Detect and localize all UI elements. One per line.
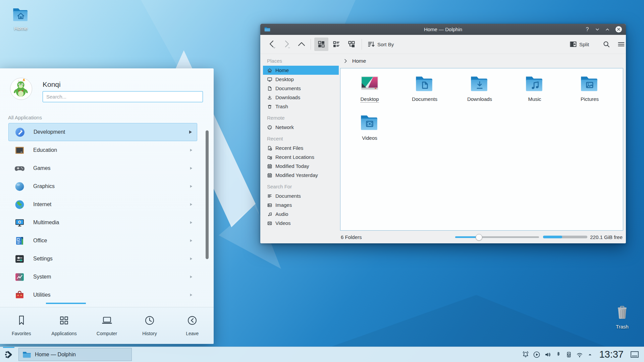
film-icon [267, 221, 272, 226]
split-button[interactable]: Split [568, 38, 600, 51]
breadcrumb[interactable]: Home [340, 54, 626, 68]
places-item-documents[interactable]: Documents [263, 84, 339, 93]
folder-item-pictures[interactable]: Pictures [563, 72, 616, 111]
bookmark-icon [15, 314, 28, 327]
launcher-scrollbar[interactable] [206, 130, 209, 259]
active-tab-indicator [46, 303, 86, 304]
submenu-arrow-icon [190, 257, 193, 260]
category-settings[interactable]: Settings [8, 250, 197, 268]
places-item-search-videos[interactable]: Videos [263, 219, 339, 228]
folder-item-downloads[interactable]: Downloads [453, 72, 506, 111]
kdeconnect-phone-icon[interactable] [565, 351, 573, 358]
places-item-search-documents[interactable]: Documents [263, 191, 339, 200]
submenu-arrow-icon [190, 293, 193, 297]
category-system[interactable]: System [8, 268, 197, 286]
folder-item-music[interactable]: Music [508, 72, 561, 111]
submenu-arrow-icon [190, 148, 193, 152]
launcher-button[interactable] [0, 347, 18, 362]
education-icon [14, 145, 25, 156]
videos-folder-icon [359, 111, 381, 133]
minimize-button[interactable] [595, 27, 600, 32]
search-input[interactable] [43, 91, 203, 102]
up-button[interactable] [295, 38, 308, 51]
tab-applications[interactable]: Applications [43, 307, 85, 344]
places-item-label: Network [275, 124, 294, 130]
launcher-icon [4, 350, 14, 360]
pictures-folder-icon [579, 72, 601, 95]
avatar[interactable] [10, 78, 32, 100]
category-internet[interactable]: Internet [8, 195, 197, 214]
places-item-home[interactable]: Home [263, 66, 339, 75]
places-item-recent-files[interactable]: Recent Files [263, 143, 339, 153]
titlebar[interactable]: Home — Dolphin ? [260, 24, 626, 35]
places-item-label: Recent Locations [275, 154, 314, 160]
folder-item-documents[interactable]: Documents [398, 72, 451, 111]
places-item-search-images[interactable]: Images [263, 200, 339, 209]
notifications-icon[interactable] [522, 351, 530, 359]
help-button[interactable]: ? [585, 26, 590, 33]
category-label: Development [34, 129, 65, 135]
sort-by-button[interactable]: Sort By [366, 38, 404, 51]
desktop-icon-home[interactable]: Home [7, 5, 35, 31]
folder-item-label: Music [528, 96, 541, 102]
category-office[interactable]: Office [8, 232, 197, 250]
tree-view-button[interactable] [344, 38, 359, 51]
category-multimedia[interactable]: Multimedia [8, 214, 197, 232]
category-games[interactable]: Games [8, 159, 197, 177]
desktop-preview-icon [359, 72, 381, 95]
bluetooth-icon[interactable] [555, 351, 562, 358]
places-item-trash[interactable]: Trash [263, 102, 339, 111]
maximize-button[interactable] [605, 27, 610, 32]
desktop-icon-trash[interactable]: Trash [610, 304, 634, 329]
places-item-network[interactable]: Network [263, 123, 339, 132]
category-utilities[interactable]: Utilities [8, 286, 197, 304]
category-education[interactable]: Education [8, 141, 197, 159]
places-item-search-audio[interactable]: Audio [263, 209, 339, 219]
konqi-avatar-image [10, 78, 31, 99]
category-label: Office [33, 238, 47, 244]
multimedia-icon [14, 217, 25, 228]
icons-view-button[interactable] [314, 38, 328, 51]
tab-computer[interactable]: Computer [86, 307, 128, 344]
places-item-modified-yesterday[interactable]: Modified Yesterday [263, 171, 339, 180]
settings-icon [14, 253, 25, 264]
taskbar-task-dolphin[interactable]: Home — Dolphin [18, 348, 132, 361]
tab-leave[interactable]: Leave [171, 307, 214, 344]
folder-item-videos[interactable]: Videos [343, 111, 396, 150]
tab-favorites[interactable]: Favorites [0, 307, 43, 344]
search-button[interactable] [600, 38, 613, 51]
network-icon [267, 125, 272, 130]
tab-history[interactable]: History [128, 307, 171, 344]
category-label: Internet [33, 201, 51, 207]
places-item-label: Downloads [275, 95, 300, 100]
system-tray: 13:37 [522, 349, 644, 360]
category-graphics[interactable]: Graphics [8, 177, 197, 195]
places-item-downloads[interactable]: Downloads [263, 93, 339, 102]
hamburger-menu-button[interactable] [614, 38, 628, 51]
forward-button[interactable] [280, 38, 293, 51]
breadcrumb-location[interactable]: Home [352, 58, 366, 64]
free-space-bar [543, 236, 587, 238]
places-item-recent-locations[interactable]: Recent Locations [263, 153, 339, 162]
tray-expander-icon[interactable] [587, 351, 593, 358]
folder-view[interactable]: Desktop Documents Downloads [340, 68, 623, 231]
category-development[interactable]: Development [8, 123, 197, 141]
wifi-icon[interactable] [576, 351, 584, 359]
folder-item-desktop[interactable]: Desktop [343, 72, 396, 111]
zoom-slider[interactable] [455, 234, 539, 240]
desktop-icon-label: Trash [616, 324, 629, 329]
volume-icon[interactable] [544, 351, 552, 359]
clock[interactable]: 13:37 [599, 349, 624, 360]
laptop-icon [101, 314, 113, 327]
zoom-slider-handle[interactable] [476, 234, 482, 241]
close-button[interactable] [615, 25, 623, 33]
back-button[interactable] [266, 38, 278, 51]
places-item-desktop[interactable]: Desktop [263, 75, 339, 84]
download-icon [267, 95, 272, 100]
places-item-modified-today[interactable]: Modified Today [263, 162, 339, 171]
clock-icon [143, 314, 156, 327]
show-desktop-button[interactable] [630, 350, 639, 359]
task-label: Home — Dolphin [35, 352, 76, 358]
media-player-icon[interactable] [533, 351, 541, 359]
details-view-button[interactable] [329, 38, 343, 51]
